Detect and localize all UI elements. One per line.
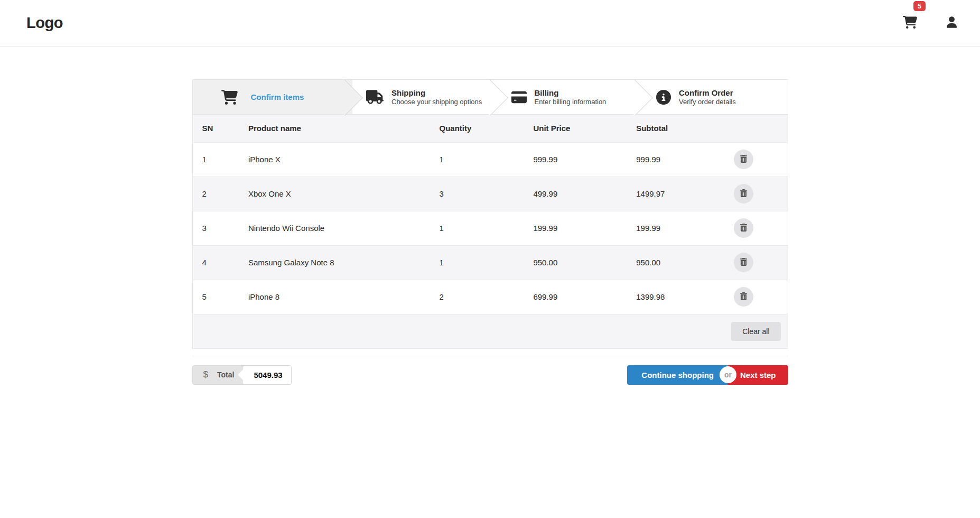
step-text: Shipping Choose your shipping options (391, 88, 482, 106)
step-subtitle: Choose your shipping options (391, 98, 482, 106)
cart-count-badge: 5 (913, 1, 926, 11)
cell-sn: 3 (192, 211, 239, 245)
cell-unit-price: 999.99 (524, 142, 627, 177)
cart-icon (221, 90, 238, 105)
cell-product: Nintendo Wii Console (239, 211, 430, 245)
cell-subtotal: 1499.97 (627, 177, 724, 211)
cell-actions (724, 177, 788, 211)
cart-icon (903, 16, 917, 31)
account-button[interactable] (947, 16, 957, 30)
table-row: 5 iPhone 8 2 699.99 1399.98 (192, 280, 788, 314)
step-text: Billing Enter billing information (535, 88, 606, 106)
step-text: Confirm Order Verify order details (679, 88, 736, 106)
col-header-actions (724, 115, 788, 142)
cell-quantity: 1 (430, 245, 524, 280)
step-confirm-order[interactable]: Confirm Order Verify order details (642, 79, 788, 115)
divider (192, 356, 788, 356)
action-buttons: Continue shopping or Next step (627, 365, 788, 385)
or-separator: or (720, 367, 736, 383)
user-icon (947, 16, 957, 30)
cell-unit-price: 199.99 (524, 211, 627, 245)
table-row: 1 iPhone X 1 999.99 999.99 (192, 142, 788, 177)
checkout-container: Confirm items Shipping Choose your shipp… (192, 79, 788, 385)
clear-all-button[interactable]: Clear all (731, 322, 780, 341)
step-subtitle: Enter billing information (535, 98, 606, 106)
total-value: 5049.93 (254, 371, 282, 380)
cell-actions (724, 211, 788, 245)
table-row: 4 Samsung Galaxy Note 8 1 950.00 950.00 (192, 245, 788, 280)
trash-icon (740, 155, 747, 164)
delete-item-button[interactable] (734, 184, 753, 204)
trash-icon (740, 292, 747, 302)
logo[interactable]: Logo (26, 14, 63, 32)
table-row: 2 Xbox One X 3 499.99 1499.97 (192, 177, 788, 211)
cell-unit-price: 699.99 (524, 280, 627, 314)
next-step-button[interactable]: Next step (728, 365, 788, 385)
cell-unit-price: 950.00 (524, 245, 627, 280)
col-header-product: Product name (239, 115, 430, 142)
step-confirm-items[interactable]: Confirm items (193, 79, 353, 115)
table-header-row: SN Product name Quantity Unit Price Subt… (192, 115, 788, 142)
step-subtitle: Verify order details (679, 98, 736, 106)
cell-product: iPhone 8 (239, 280, 430, 314)
total-widget: $ Total 5049.93 (192, 365, 292, 385)
cell-sn: 5 (192, 280, 239, 314)
col-header-quantity: Quantity (430, 115, 524, 142)
total-label: Total (217, 371, 234, 379)
cell-sn: 1 (192, 142, 239, 177)
cell-product: iPhone X (239, 142, 430, 177)
cell-actions (724, 245, 788, 280)
credit-card-icon (511, 90, 527, 104)
delete-item-button[interactable] (734, 253, 753, 272)
cell-subtotal: 950.00 (627, 245, 724, 280)
step-title: Shipping (391, 88, 482, 98)
checkout-steps: Confirm items Shipping Choose your shipp… (192, 79, 788, 115)
col-header-unit-price: Unit Price (524, 115, 627, 142)
cell-sn: 2 (192, 177, 239, 211)
cell-quantity: 3 (430, 177, 524, 211)
cell-sn: 4 (192, 245, 239, 280)
cell-subtotal: 199.99 (627, 211, 724, 245)
truck-icon (366, 90, 384, 104)
info-icon (656, 90, 671, 105)
table-row: 3 Nintendo Wii Console 1 199.99 199.99 (192, 211, 788, 245)
cell-quantity: 2 (430, 280, 524, 314)
continue-shopping-button[interactable]: Continue shopping (627, 365, 728, 385)
header: Logo 5 (0, 0, 980, 47)
cell-product: Xbox One X (239, 177, 430, 211)
step-shipping[interactable]: Shipping Choose your shipping options (352, 79, 498, 115)
total-left: $ Total (193, 366, 244, 384)
trash-icon (740, 258, 747, 267)
cart-table: SN Product name Quantity Unit Price Subt… (192, 115, 788, 349)
total-value-wrap: 5049.93 (243, 366, 291, 384)
col-header-subtotal: Subtotal (627, 115, 724, 142)
cell-subtotal: 999.99 (627, 142, 724, 177)
delete-item-button[interactable] (734, 218, 753, 238)
dollar-icon: $ (203, 369, 208, 380)
cell-product: Samsung Galaxy Note 8 (239, 245, 430, 280)
cell-subtotal: 1399.98 (627, 280, 724, 314)
col-header-sn: SN (192, 115, 239, 142)
delete-item-button[interactable] (734, 287, 753, 307)
header-icons: 5 (903, 16, 957, 31)
cell-actions (724, 280, 788, 314)
footer-cell: Clear all (192, 314, 788, 348)
trash-icon (740, 224, 747, 233)
step-billing[interactable]: Billing Enter billing information (498, 79, 643, 115)
table-footer-row: Clear all (192, 314, 788, 348)
cell-actions (724, 142, 788, 177)
step-title: Confirm Order (679, 88, 736, 98)
cart-button[interactable]: 5 (903, 16, 917, 31)
step-title: Billing (535, 88, 606, 98)
cell-unit-price: 499.99 (524, 177, 627, 211)
trash-icon (740, 189, 747, 199)
cell-quantity: 1 (430, 211, 524, 245)
bottom-bar: $ Total 5049.93 Continue shopping or Nex… (192, 365, 788, 385)
step-title: Confirm items (251, 92, 304, 101)
cell-quantity: 1 (430, 142, 524, 177)
delete-item-button[interactable] (734, 150, 753, 169)
